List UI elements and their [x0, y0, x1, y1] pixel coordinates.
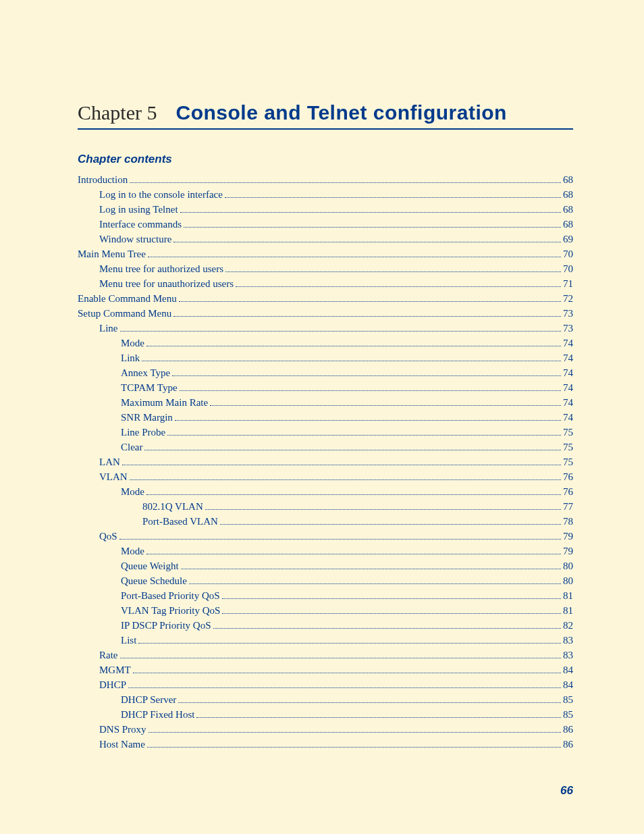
toc-entry-page: 68: [563, 188, 573, 202]
toc-entry-title: Port-Based VLAN: [142, 515, 218, 529]
toc-entry-page: 71: [563, 277, 573, 291]
toc-entry-page: 83: [563, 633, 573, 648]
toc-entry-page: 68: [563, 173, 573, 187]
toc-entry[interactable]: VLAN Tag Priority QoS 81: [78, 604, 573, 618]
toc-entry[interactable]: Line 73: [78, 321, 573, 336]
toc-entry[interactable]: Host Name 86: [78, 737, 573, 752]
toc-entry-title: Line: [99, 321, 118, 336]
toc-entry-title: Host Name: [99, 737, 145, 752]
toc-entry[interactable]: Menu tree for unauthorized users 71: [78, 277, 573, 291]
toc-entry[interactable]: Port-Based VLAN 78: [78, 515, 573, 529]
toc-leader-dots: [167, 435, 561, 436]
toc-entry-page: 70: [563, 262, 573, 276]
toc-entry[interactable]: DNS Proxy 86: [78, 723, 573, 737]
toc-entry-page: 85: [563, 708, 573, 722]
toc-entry[interactable]: Mode 76: [78, 485, 573, 499]
toc-entry[interactable]: Main Menu Tree70: [78, 247, 573, 261]
toc-entry[interactable]: DHCP 84: [78, 678, 573, 692]
toc-entry-title: DHCP Fixed Host: [121, 708, 194, 722]
toc-entry-page: 82: [563, 619, 573, 633]
toc-entry[interactable]: Port-Based Priority QoS 81: [78, 589, 573, 603]
toc-entry-page: 79: [563, 529, 573, 544]
toc-entry[interactable]: Enable Command Menu72: [78, 292, 573, 306]
toc-entry-page: 81: [563, 604, 573, 618]
toc-leader-dots: [144, 450, 561, 450]
section-heading: Chapter contents: [78, 153, 573, 166]
toc-entry-title: Port-Based Priority QoS: [121, 589, 220, 603]
toc-entry-title: IP DSCP Priority QoS: [121, 619, 211, 633]
toc-entry-page: 86: [563, 737, 573, 752]
toc-entry-title: DHCP Server: [121, 693, 176, 707]
toc-entry-page: 68: [563, 203, 573, 217]
toc-entry-title: Queue Weight: [121, 559, 179, 573]
toc-entry[interactable]: Interface commands 68: [78, 217, 573, 232]
toc-entry-page: 80: [563, 574, 573, 588]
page-number: 66: [560, 784, 573, 798]
toc-entry[interactable]: MGMT 84: [78, 663, 573, 677]
toc-leader-dots: [120, 658, 562, 658]
chapter-title: Console and Telnet configuration: [176, 101, 506, 124]
toc-entry[interactable]: Line Probe 75: [78, 425, 573, 440]
toc-entry[interactable]: VLAN 76: [78, 470, 573, 484]
toc-entry[interactable]: Link 74: [78, 351, 573, 365]
toc-leader-dots: [173, 316, 561, 317]
toc-entry-title: List: [121, 633, 136, 648]
toc-entry[interactable]: Queue Schedule 80: [78, 574, 573, 588]
toc-entry-title: Enable Command Menu: [78, 292, 177, 306]
toc-entry-page: 74: [563, 381, 573, 395]
toc-entry[interactable]: Clear 75: [78, 440, 573, 454]
toc-entry[interactable]: Rate 83: [78, 648, 573, 662]
toc-leader-dots: [175, 420, 561, 421]
toc-entry-title: Interface commands: [99, 217, 182, 232]
toc-entry[interactable]: Menu tree for authorized users 70: [78, 262, 573, 276]
toc-leader-dots: [146, 346, 561, 346]
table-of-contents: Introduction68Log in to the console inte…: [78, 173, 573, 752]
toc-entry[interactable]: Mode 74: [78, 336, 573, 350]
toc-leader-dots: [173, 242, 561, 242]
toc-leader-dots: [122, 465, 561, 465]
toc-entry[interactable]: Maximum Main Rate 74: [78, 396, 573, 410]
toc-entry[interactable]: List 83: [78, 633, 573, 648]
toc-entry-page: 80: [563, 559, 573, 573]
toc-entry-title: Line Probe: [121, 425, 165, 440]
toc-entry[interactable]: Mode 79: [78, 544, 573, 558]
toc-entry-title: Log in to the console interface: [99, 188, 223, 202]
toc-leader-dots: [225, 197, 561, 198]
toc-entry[interactable]: Log in using Telnet 68: [78, 203, 573, 217]
toc-entry-page: 78: [563, 515, 573, 529]
toc-entry-page: 85: [563, 693, 573, 707]
toc-leader-dots: [138, 643, 561, 644]
toc-entry-page: 74: [563, 336, 573, 350]
toc-entry-title: Menu tree for authorized users: [99, 262, 223, 276]
toc-leader-dots: [128, 687, 561, 688]
toc-entry-page: 75: [563, 455, 573, 469]
toc-entry[interactable]: LAN 75: [78, 455, 573, 469]
document-page: Chapter 5 Console and Telnet configurati…: [0, 0, 644, 834]
toc-entry[interactable]: IP DSCP Priority QoS 82: [78, 619, 573, 633]
toc-entry[interactable]: DHCP Fixed Host 85: [78, 708, 573, 722]
toc-leader-dots: [222, 598, 561, 599]
toc-entry[interactable]: Log in to the console interface 68: [78, 188, 573, 202]
toc-entry-page: 86: [563, 723, 573, 737]
toc-entry[interactable]: Queue Weight 80: [78, 559, 573, 573]
toc-entry[interactable]: Window structure 69: [78, 232, 573, 246]
toc-entry[interactable]: Setup Command Menu73: [78, 307, 573, 321]
toc-entry-page: 74: [563, 396, 573, 410]
toc-entry[interactable]: DHCP Server 85: [78, 693, 573, 707]
toc-entry-page: 69: [563, 232, 573, 246]
toc-leader-dots: [130, 479, 561, 480]
toc-leader-dots: [179, 301, 561, 302]
toc-entry[interactable]: Annex Type 74: [78, 366, 573, 380]
toc-entry[interactable]: Introduction68: [78, 173, 573, 187]
toc-entry-title: VLAN: [99, 470, 128, 484]
toc-leader-dots: [146, 554, 561, 554]
toc-entry[interactable]: 802.1Q VLAN 77: [78, 500, 573, 514]
toc-entry-page: 72: [563, 292, 573, 306]
toc-leader-dots: [184, 227, 561, 228]
toc-entry-page: 84: [563, 663, 573, 677]
toc-entry[interactable]: TCPAM Type 74: [78, 381, 573, 395]
toc-entry-title: DNS Proxy: [99, 723, 146, 737]
toc-leader-dots: [205, 509, 561, 510]
toc-entry[interactable]: SNR Margin 74: [78, 411, 573, 425]
toc-entry[interactable]: QoS 79: [78, 529, 573, 544]
